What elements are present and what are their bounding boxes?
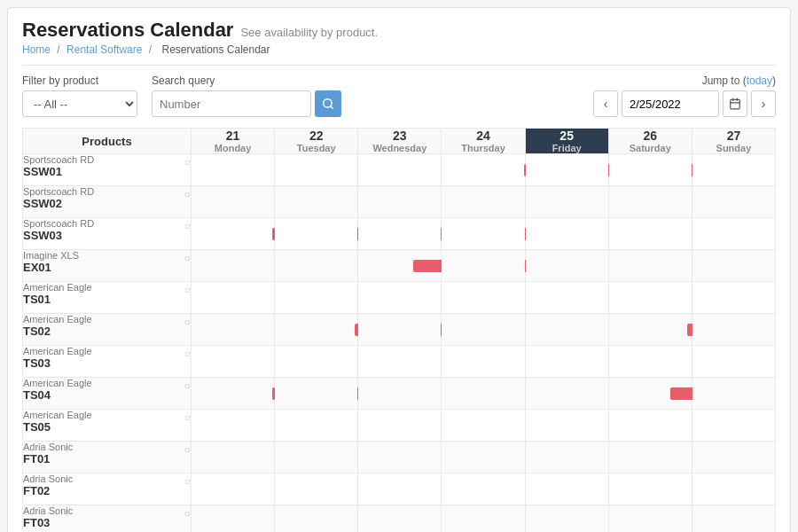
product-cell-EX01: ○ Imagine XLS EX01	[23, 250, 192, 282]
day-header-22: 22Tuesday	[275, 129, 358, 154]
day-cell	[608, 314, 692, 346]
day-cell	[692, 442, 775, 473]
product-icon: ○	[184, 220, 191, 232]
search-filter-label: Search query	[152, 74, 341, 87]
table-row: ○ American Eagle TS05	[23, 410, 776, 442]
day-cell	[358, 442, 442, 473]
day-header-26: 26Saturday	[608, 129, 692, 154]
product-cell-FT02: ○ Adria Sonic FT02	[23, 473, 192, 505]
product-icon: ○	[184, 443, 191, 456]
product-id: TS05	[23, 420, 191, 434]
table-row: ○ Imagine XLS EX01	[23, 250, 776, 282]
day-cell	[525, 442, 608, 473]
day-cell	[442, 154, 525, 186]
product-cell-TS05: ○ American Eagle TS05	[23, 410, 192, 442]
day-cell	[608, 282, 692, 314]
calendar-wrap: Products 21Monday22Tuesday23Wednesday24T…	[22, 128, 776, 532]
product-id: SSW03	[23, 229, 191, 242]
product-name: Sportscoach RD	[23, 154, 191, 165]
day-cell	[358, 154, 442, 186]
product-name: Sportscoach RD	[23, 186, 191, 197]
product-name: American Eagle	[23, 314, 191, 325]
day-cell	[192, 442, 275, 473]
product-icon: ○	[184, 411, 191, 424]
day-cell	[525, 314, 608, 346]
day-cell	[525, 282, 608, 314]
day-cell	[608, 154, 692, 186]
day-cell	[192, 282, 275, 314]
breadcrumb-home[interactable]: Home	[22, 43, 51, 56]
product-icon: ○	[184, 475, 191, 488]
page-subtitle: See availability by product.	[240, 26, 378, 39]
search-input[interactable]	[152, 90, 311, 117]
day-cell	[692, 410, 775, 442]
day-cell	[692, 505, 775, 533]
product-cell-SSW02: ○ Sportscoach RD SSW02	[23, 186, 192, 218]
chevron-left-icon: ‹	[604, 97, 608, 111]
product-cell-SSW01: ○ Sportscoach RD SSW01	[23, 154, 192, 186]
product-name: Sportscoach RD	[23, 218, 191, 229]
day-cell	[192, 473, 275, 505]
day-cell	[525, 473, 608, 505]
product-cell-TS04: ○ American Eagle TS04	[23, 378, 192, 410]
svg-line-1	[331, 106, 333, 109]
product-cell-FT01: ○ Adria Sonic FT01	[23, 442, 192, 473]
day-cell	[608, 410, 692, 442]
today-link[interactable]: today	[747, 74, 772, 87]
product-filter-select[interactable]: -- All --	[22, 90, 137, 117]
breadcrumb-current: Reservations Calendar	[161, 43, 270, 56]
day-cell	[525, 250, 608, 282]
calendar-header-row: Products 21Monday22Tuesday23Wednesday24T…	[23, 129, 776, 154]
day-cell	[192, 410, 275, 442]
day-cell	[525, 346, 608, 378]
day-cell	[692, 282, 775, 314]
calendar-icon-button[interactable]	[723, 90, 747, 117]
day-cell	[525, 218, 608, 250]
day-cell	[608, 473, 692, 505]
search-filter-group: Search query	[152, 74, 341, 117]
day-header-23: 23Wednesday	[358, 129, 442, 154]
day-cell	[275, 282, 358, 314]
product-icon: ○	[184, 188, 191, 200]
day-cell	[275, 218, 358, 250]
day-cell	[275, 346, 358, 378]
date-input[interactable]	[622, 90, 719, 117]
table-row: ○ American Eagle TS04	[23, 378, 776, 410]
product-name: Adria Sonic	[23, 505, 191, 516]
day-header-21: 21Monday	[192, 129, 275, 154]
table-row: ○ American Eagle TS02	[23, 314, 776, 346]
calendar-icon	[729, 98, 741, 110]
table-row: ○ Adria Sonic FT01	[23, 442, 776, 473]
table-row: ○ American Eagle TS03	[23, 346, 776, 378]
product-name: Imagine XLS	[23, 250, 191, 261]
day-cell	[275, 442, 358, 473]
product-icon: ○	[184, 348, 191, 360]
day-cell	[442, 378, 525, 410]
prev-date-button[interactable]: ‹	[593, 90, 618, 117]
product-filter-group: Filter by product -- All --	[22, 74, 137, 117]
jump-label: Jump to (today)	[702, 74, 776, 87]
chevron-right-icon: ›	[762, 97, 766, 111]
day-cell	[192, 154, 275, 186]
product-id: FT01	[23, 452, 191, 466]
day-cell	[275, 186, 358, 218]
breadcrumb-rental[interactable]: Rental Software	[66, 43, 142, 56]
day-cell	[525, 186, 608, 218]
day-header-24: 24Thursday	[442, 129, 525, 154]
jump-group: Jump to (today) ‹ ›	[593, 74, 776, 117]
product-name: Adria Sonic	[23, 473, 191, 484]
product-icon: ○	[184, 284, 191, 296]
product-name: Adria Sonic	[23, 442, 191, 452]
product-id: FT02	[23, 484, 191, 497]
product-icon: ○	[184, 379, 191, 392]
day-cell	[275, 473, 358, 505]
day-cell	[442, 282, 525, 314]
filters-row: Filter by product -- All -- Search query…	[22, 74, 776, 117]
day-cell	[692, 314, 775, 346]
product-icon: ○	[184, 507, 191, 520]
next-date-button[interactable]: ›	[751, 90, 776, 117]
day-header-27: 27Sunday	[692, 129, 775, 154]
page-title: Reservations Calendar	[22, 19, 233, 42]
day-cell	[192, 250, 275, 282]
search-button[interactable]	[315, 90, 341, 117]
